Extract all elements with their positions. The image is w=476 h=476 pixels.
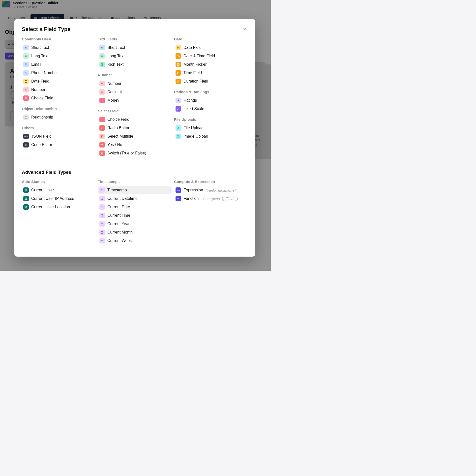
duration-icon — [176, 79, 181, 84]
field-label: Number — [31, 88, 45, 92]
field-rich-text[interactable]: Rich Text — [98, 60, 172, 68]
field-label: Date Field — [183, 45, 202, 50]
field-label: Select Multiple — [107, 134, 133, 139]
time-icon — [176, 70, 181, 76]
field-current-datetime[interactable]: Current Datetime — [98, 195, 172, 203]
field-code-editor[interactable]: Code Editor — [22, 141, 95, 149]
field-yes-no[interactable]: Yes / No — [98, 141, 172, 149]
close-button[interactable] — [242, 26, 248, 32]
week-icon — [99, 238, 105, 243]
field-date[interactable]: Date Field — [22, 77, 95, 85]
field-current-time[interactable]: Current Time — [98, 211, 172, 219]
field-label: Expression — [183, 188, 203, 192]
choice-icon — [99, 117, 105, 122]
field-long-text[interactable]: Long Text — [22, 52, 95, 60]
field-choice[interactable]: Choice Field — [98, 116, 172, 123]
svg-point-9 — [101, 119, 102, 119]
time-now-icon — [99, 213, 105, 218]
field-label: Current Week — [107, 238, 132, 243]
field-radio[interactable]: Radio Button — [98, 124, 172, 132]
field-label: Date Field — [31, 79, 49, 84]
field-number-common[interactable]: №Number — [22, 86, 95, 94]
field-label: Short Text — [107, 45, 125, 50]
long-text-icon — [99, 53, 105, 59]
svg-rect-7 — [101, 100, 103, 101]
field-label: Date & Time Field — [183, 54, 215, 58]
field-label: Current User IP Address — [31, 196, 74, 201]
group-title-compute: Compute & Expression — [174, 179, 248, 184]
field-number[interactable]: №Number — [98, 80, 172, 88]
field-label: Switch (True or False) — [107, 151, 146, 155]
field-money[interactable]: Money — [98, 96, 172, 104]
field-json[interactable]: JSONJSON Field — [22, 132, 95, 140]
field-current-date[interactable]: Current Date — [98, 203, 172, 211]
svg-point-6 — [25, 116, 27, 117]
field-time[interactable]: Time Field — [174, 69, 248, 77]
field-label: Number — [107, 81, 121, 86]
svg-point-2 — [25, 97, 26, 98]
field-select-multiple[interactable]: Select Multiple — [98, 132, 172, 140]
field-label: Current User — [31, 188, 54, 192]
likert-icon — [176, 106, 181, 112]
location-icon — [23, 204, 29, 210]
field-email[interactable]: Email — [22, 60, 95, 68]
field-datetime[interactable]: Date & Time Field — [174, 52, 248, 60]
svg-rect-5 — [26, 99, 27, 99]
field-label: Current Month — [107, 230, 133, 235]
svg-point-32 — [178, 136, 178, 136]
field-function[interactable]: fxFunction"Sum({field1}, {field2})" — [174, 195, 248, 203]
field-short-text-2[interactable]: Short Text — [98, 44, 172, 52]
field-image-upload[interactable]: Image Upload — [174, 132, 248, 140]
field-current-month[interactable]: Current Month — [98, 228, 172, 236]
field-current-user[interactable]: Current User — [22, 186, 95, 194]
datetime-now-icon — [99, 196, 105, 201]
field-current-ip[interactable]: Current User IP Address — [22, 195, 95, 203]
ip-icon — [23, 196, 29, 201]
field-label: Ratings — [183, 98, 197, 103]
field-duration[interactable]: Duration Field — [174, 77, 248, 85]
field-likert[interactable]: Likert Scale — [174, 105, 248, 113]
field-timestamp[interactable]: Timestamp — [98, 186, 172, 194]
svg-rect-22 — [177, 47, 179, 49]
field-current-location[interactable]: Current User Location — [22, 203, 95, 211]
group-title-number: Number — [98, 73, 172, 77]
field-switch[interactable]: Switch (True or False) — [98, 149, 172, 157]
field-choice-common[interactable]: Choice Field — [22, 94, 95, 102]
yes-no-icon — [99, 142, 105, 148]
field-label: Long Text — [107, 54, 124, 58]
group-title-text-fields: Text Fields — [98, 37, 172, 41]
field-current-week[interactable]: Current Week — [98, 237, 172, 245]
field-file-upload[interactable]: File Upload — [174, 124, 248, 132]
field-phone[interactable]: Phone Number — [22, 69, 95, 77]
field-label: Month Picker — [183, 62, 207, 67]
field-label: Choice Field — [107, 117, 129, 122]
field-expression[interactable]: x+yExpression"Hello, {firstname}" — [174, 186, 248, 194]
field-long-text-2[interactable]: Long Text — [98, 52, 172, 60]
field-label: JSON Field — [31, 134, 52, 139]
modal-title: Select a Field Type — [22, 26, 70, 32]
field-type-modal: Select a Field Type Commonly Used Short … — [14, 19, 255, 257]
long-text-icon — [23, 53, 29, 59]
number-icon: № — [99, 81, 105, 86]
expression-icon: x+y — [176, 187, 181, 193]
svg-point-35 — [25, 198, 27, 200]
image-icon — [176, 134, 181, 139]
svg-point-34 — [26, 198, 27, 199]
field-date-2[interactable]: Date Field — [174, 44, 248, 52]
close-icon — [242, 27, 247, 31]
svg-rect-16 — [102, 135, 103, 136]
field-label: Time Field — [183, 71, 202, 75]
svg-rect-39 — [101, 206, 103, 208]
field-ratings[interactable]: Ratings — [174, 96, 248, 104]
short-text-icon — [23, 45, 29, 50]
field-current-year[interactable]: Current Year — [98, 220, 172, 228]
field-hint: "Sum({field1}, {field2})" — [202, 197, 239, 201]
field-month-picker[interactable]: Month Picker — [174, 60, 248, 68]
svg-point-33 — [26, 189, 27, 190]
field-decimal[interactable]: .00Decimal — [98, 88, 172, 96]
field-relationship[interactable]: Relationship — [22, 113, 95, 121]
svg-rect-10 — [102, 119, 103, 119]
short-text-icon — [99, 45, 105, 50]
field-short-text[interactable]: Short Text — [22, 44, 95, 52]
field-label: Current Datetime — [107, 196, 138, 201]
